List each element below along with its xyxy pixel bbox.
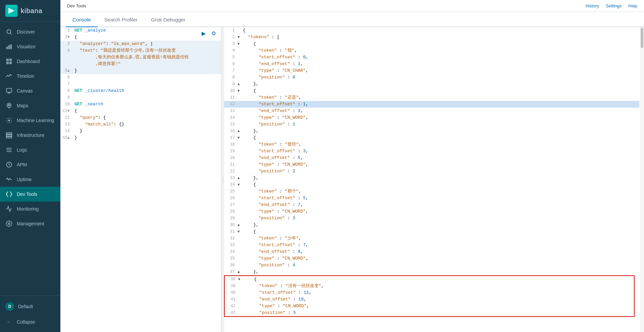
nav-label-9: APM (17, 162, 27, 167)
sidebar-item-maps[interactable]: Maps (0, 98, 60, 113)
svg-rect-3 (7, 47, 8, 49)
out-line-32: 32 "token" : "少年", (224, 235, 639, 242)
nav-label-4: Canvas (17, 88, 33, 94)
editor-line-7: 7 (60, 81, 221, 88)
editor-line-15: 15▲ } (60, 134, 221, 141)
nav-label-1: Visualize (17, 44, 36, 49)
tab-search-profiler[interactable]: Search Profiler (98, 12, 144, 27)
sidebar-item-apm[interactable]: APM (0, 157, 60, 172)
help-button[interactable]: Help (628, 3, 637, 8)
out-line-18: 18 "token" : "曾经", (224, 141, 639, 148)
sidebar-item-timelion[interactable]: Timelion (0, 69, 60, 84)
nav-label-8: Logs (17, 147, 27, 153)
sidebar-item-discover[interactable]: Discover (0, 24, 60, 39)
out-line-42: 42 "type" : "CN_WORD", (225, 303, 634, 310)
svg-point-13 (8, 120, 10, 121)
editor-line-13: 13 "match_all": {} (60, 121, 221, 128)
nav-icon-11 (5, 190, 13, 198)
user-avatar-item[interactable]: D Default (0, 298, 60, 315)
editor-line-10: 10 GET _search (60, 101, 221, 108)
out-line-31: 31 ▼ { (224, 228, 639, 235)
editor-line-4b: ,每天的任务那么多,哎,蓝瘦香菇!有钱就是任性 (60, 54, 221, 61)
out-line-22: 22 "position" : 2 (224, 168, 639, 175)
svg-rect-9 (9, 62, 12, 64)
sidebar-item-monitoring[interactable]: Monitoring (0, 202, 60, 216)
code-editor[interactable]: 1 GET _analyze 2▼ { 3 "analyzer": "ik_ma… (60, 27, 221, 332)
sidebar-item-uptime[interactable]: Uptime (0, 172, 60, 187)
nav-label-0: Discover (17, 29, 35, 35)
editor-toolbar: ▶ ⚙ (200, 29, 218, 37)
out-line-43: 43 "position" : 5 (225, 310, 634, 316)
sidebar-item-canvas[interactable]: Canvas (0, 84, 60, 98)
out-line-36: 36 "position" : 4 (224, 262, 639, 269)
run-button[interactable]: ▶ (200, 29, 208, 37)
output-scrollbar[interactable] (640, 27, 644, 332)
out-line-8: 8 "position" : 0 (224, 74, 639, 81)
nav-label-12: Monitoring (17, 206, 39, 212)
settings-button[interactable]: Settings (606, 3, 622, 8)
out-line-38: 38 ▼ { (225, 276, 634, 283)
scrollbar-thumb (641, 28, 643, 48)
out-line-7: 7 "type" : "CN_CHAR", (224, 67, 639, 74)
editor-line-4c: ,肆意挥霍!" (60, 61, 221, 67)
out-line-20: 20 "end_offset" : 5, (224, 155, 639, 161)
sidebar-item-dev-tools[interactable]: Dev Tools (0, 187, 60, 202)
sidebar-bottom: D Default ← Collapse (0, 295, 60, 332)
svg-rect-14 (6, 133, 12, 134)
pane-divider[interactable]: ⋮ (221, 27, 224, 332)
svg-rect-7 (9, 59, 12, 61)
nav-icon-8 (5, 146, 13, 154)
svg-rect-4 (8, 45, 9, 49)
history-button[interactable]: History (586, 3, 599, 8)
nav-icon-10 (5, 176, 13, 183)
out-line-30: 30 ▲ }, (224, 222, 639, 228)
svg-rect-5 (10, 44, 11, 49)
sidebar-item-infrastructure[interactable]: Infrastructure (0, 128, 60, 143)
tab-grok-debugger[interactable]: Grok Debugger (144, 12, 192, 27)
editor-pane: ▶ ⚙ 1 GET _analyze 2▼ { 3 "analyzer": "i… (60, 27, 221, 332)
sidebar-item-visualize[interactable]: Visualize (0, 39, 60, 54)
nav-icon-6 (5, 117, 13, 124)
nav-icon-2 (5, 58, 13, 65)
svg-point-12 (8, 104, 10, 106)
red-box-section: 38 ▼ { 39 "token" : "没有一丝丝改变", 40 "start (224, 275, 635, 317)
nav-label-11: Dev Tools (17, 191, 37, 197)
out-line-15: 15 "position" : 1 (224, 121, 639, 128)
out-line-3: 3 ▼ { (224, 41, 639, 47)
settings-icon[interactable]: ⚙ (210, 29, 218, 37)
nav-label-2: Dashboard (17, 59, 40, 64)
nav-icon-13 (5, 220, 13, 227)
collapse-label: Collapse (17, 319, 35, 325)
nav-icon-0 (5, 28, 13, 36)
sidebar-item-dashboard[interactable]: Dashboard (0, 54, 60, 69)
page-title: Dev Tools (67, 3, 86, 8)
sidebar-item-logs[interactable]: Logs (0, 143, 60, 157)
output-code[interactable]: 1 { 2 ▼ "tokens" : [ 3 ▼ { 4 (224, 27, 644, 332)
out-line-37: 37 ▲ }, (224, 269, 639, 275)
editor-line-1: 1 GET _analyze (60, 27, 221, 34)
svg-marker-0 (8, 8, 14, 14)
out-line-11: 11 "token" : "还是", (224, 94, 639, 101)
out-line-24: 24 ▼ { (224, 181, 639, 188)
out-line-12: 12 "start_offset" : 1, (224, 101, 639, 108)
out-line-5: 5 "start_offset" : 0, (224, 54, 639, 61)
svg-point-21 (8, 223, 10, 225)
sidebar-item-management[interactable]: Management (0, 216, 60, 231)
sidebar-nav: DiscoverVisualizeDashboardTimelionCanvas… (0, 22, 60, 295)
output-pane: 1 { 2 ▼ "tokens" : [ 3 ▼ { 4 (224, 27, 644, 332)
sidebar-item-machine-learning[interactable]: Machine Learning (0, 113, 60, 128)
editor-line-4: 4 "text": "我还是曾经那个少年,没有一丝丝改变 (60, 47, 221, 54)
editor-line-14: 14 } (60, 128, 221, 134)
tab-console[interactable]: Console (66, 12, 98, 27)
nav-label-13: Management (17, 221, 44, 226)
editor-line-5: 5▲ } (60, 67, 221, 74)
logo: kibana (0, 0, 60, 22)
logo-text: kibana (21, 7, 43, 15)
nav-label-5: Maps (17, 103, 28, 108)
top-bar: Dev Tools History Settings Help (60, 0, 644, 12)
nav-label-6: Machine Learning (17, 118, 54, 123)
nav-icon-5 (5, 102, 13, 109)
editor-line-2: 2▼ { (60, 34, 221, 41)
out-line-1: 1 { (224, 27, 639, 34)
sidebar-item-collapse[interactable]: ← Collapse (0, 315, 60, 329)
